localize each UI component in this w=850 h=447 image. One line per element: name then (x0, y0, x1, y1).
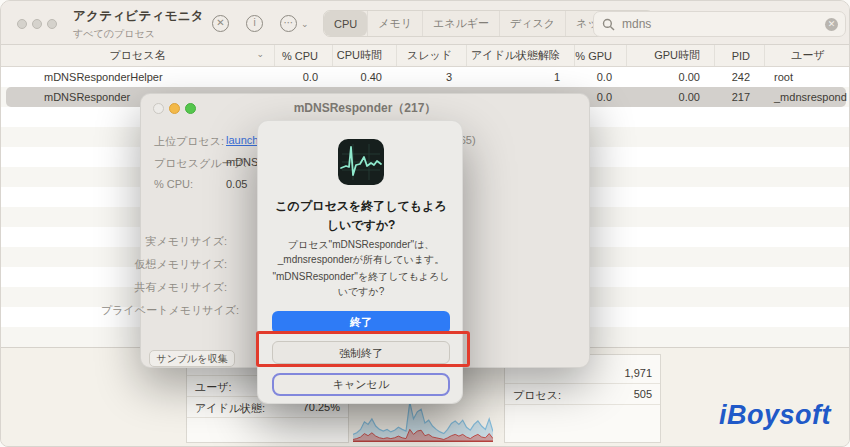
dialog-title: このプロセスを終了してもよろしいですか? (270, 197, 452, 234)
zoom-window-button[interactable] (47, 19, 57, 29)
column-header-process-name[interactable]: プロセス名⌄ (1, 45, 274, 66)
tab-disk[interactable]: ディスク (499, 11, 565, 36)
table-row-mdnsresponderhelper[interactable]: mDNSResponderHelper 0.0 0.40 3 1 0.0 0.0… (1, 67, 850, 87)
collect-sample-button[interactable]: サンプルを収集 (149, 350, 235, 367)
stat-value: 1,971 (624, 367, 652, 379)
dialog-body-2: "mDNSResponder"を終了してもよろしいですか? (272, 269, 450, 299)
gpu-cell: 0.0 (574, 67, 626, 87)
search-input[interactable] (622, 16, 812, 32)
tab-energy[interactable]: エネルギー (422, 11, 499, 36)
pid-cell: 242 (714, 67, 764, 87)
column-header-cpu[interactable]: % CPU (274, 45, 332, 66)
cpu-time-cell: 0.40 (332, 67, 396, 87)
column-header-pid[interactable]: PID (714, 45, 764, 66)
user-cell: root (764, 67, 850, 87)
iboysoft-watermark: iBoysoft (719, 400, 831, 431)
idle-wake-cell: 1 (466, 67, 574, 87)
window-title: アクティビティモニタ (73, 8, 204, 25)
pid-cell: 217 (714, 87, 764, 107)
cpu-percent-label: % CPU: (154, 178, 193, 190)
tab-memory[interactable]: メモリ (367, 11, 422, 36)
minimize-window-button[interactable] (32, 19, 42, 29)
process-name-cell: mDNSResponderHelper (1, 67, 274, 87)
stat-label: アイドル状態: (195, 401, 265, 416)
cpu-load-graph (353, 400, 493, 442)
chevron-down-icon[interactable]: ⌄ (301, 19, 309, 29)
window-title-group: アクティビティモニタ すべてのプロセス (73, 8, 204, 41)
column-header-idle-wake[interactable]: アイドル状態解除 (466, 45, 574, 66)
clear-search-icon[interactable]: ✕ (825, 18, 838, 31)
close-window-button[interactable] (17, 19, 27, 29)
stat-row-processes: プロセス: 505 (505, 384, 660, 405)
real-memory-label: 実メモリサイズ: (145, 234, 227, 249)
cpu-cell: 0.0 (274, 67, 332, 87)
window-subtitle: すべてのプロセス (73, 27, 204, 41)
tab-cpu[interactable]: CPU (324, 11, 367, 36)
sort-chevron-icon: ⌄ (256, 49, 264, 59)
user-cell: _mdnsrespond (764, 87, 850, 107)
activity-monitor-app-icon (338, 139, 384, 185)
cancel-button[interactable]: キャンセル (272, 373, 450, 396)
info-window-title: mDNSResponder（217） (141, 100, 589, 117)
private-memory-label: プライベートメモリサイズ: (101, 303, 239, 318)
column-header-threads[interactable]: スレッド (396, 45, 466, 66)
dialog-body-1: プロセス"mDNSResponder"は、_mdnsresponderが所有して… (272, 237, 450, 267)
table-header: プロセス名⌄ % CPU CPU時間 スレッド アイドル状態解除 % GPU G… (1, 45, 850, 67)
annotation-highlight-box (256, 331, 470, 367)
stat-label: プロセス: (513, 388, 561, 403)
column-header-cpu-time[interactable]: CPU時間 (332, 45, 396, 66)
column-header-gpu-time[interactable]: GPU時間 (626, 45, 714, 66)
parent-process-label: 上位プロセス: (154, 134, 224, 149)
search-icon (602, 18, 615, 31)
toolbar: アクティビティモニタ すべてのプロセス ✕ i ⋯ ⌄ CPU メモリ エネルギ… (1, 1, 850, 45)
stat-label: ユーザ: (195, 380, 232, 395)
more-options-icon[interactable]: ⋯ (280, 15, 297, 32)
shared-memory-label: 共有メモリサイズ: (134, 280, 227, 295)
quit-process-icon[interactable]: ✕ (212, 15, 229, 32)
column-header-gpu[interactable]: % GPU (574, 45, 626, 66)
threads-cell: 3 (396, 67, 466, 87)
stat-value: 505 (634, 388, 652, 400)
inspect-info-icon[interactable]: i (246, 15, 263, 32)
gpu-time-cell: 0.00 (626, 67, 714, 87)
cpu-percent-value: 0.05 (226, 178, 247, 190)
virtual-memory-label: 仮想メモリサイズ: (134, 257, 227, 272)
column-header-user[interactable]: ユーザ (764, 45, 850, 66)
search-field[interactable]: ✕ (593, 11, 846, 37)
gpu-time-cell: 0.00 (626, 87, 714, 107)
